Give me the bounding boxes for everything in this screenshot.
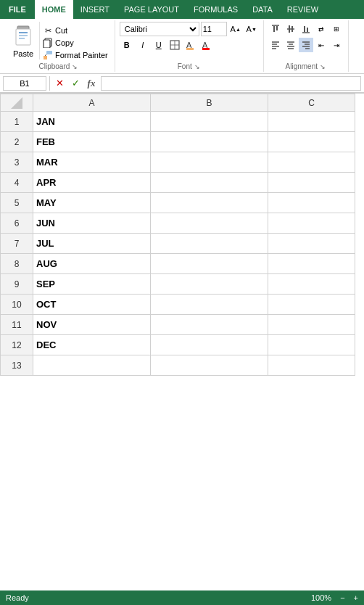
cell-b12[interactable] bbox=[151, 335, 268, 355]
tab-review[interactable]: REVIEW bbox=[280, 0, 326, 19]
tab-file[interactable]: FILE bbox=[0, 0, 35, 19]
cell-c12[interactable] bbox=[268, 335, 355, 355]
clipboard-expand-icon[interactable]: ↘ bbox=[71, 63, 78, 70]
cell-b13[interactable] bbox=[151, 355, 268, 376]
row-number[interactable]: 9 bbox=[1, 274, 33, 295]
cancel-formula-icon[interactable]: ✕ bbox=[53, 77, 66, 90]
cell-c2[interactable] bbox=[268, 132, 355, 152]
tab-home[interactable]: HOME bbox=[35, 0, 73, 19]
cell-b7[interactable] bbox=[151, 234, 268, 254]
clipboard-group-label: Clipboard ↘ bbox=[38, 62, 78, 70]
cell-a13[interactable] bbox=[33, 355, 151, 376]
col-header-c[interactable]: C bbox=[268, 94, 355, 112]
font-size-input[interactable] bbox=[201, 22, 227, 36]
font-size-decrease-button[interactable]: A▼ bbox=[244, 22, 259, 36]
cell-a3[interactable]: MAR bbox=[33, 152, 151, 173]
cell-c11[interactable] bbox=[268, 315, 355, 335]
row-number[interactable]: 3 bbox=[1, 152, 33, 173]
decrease-indent-button[interactable]: ⇤ bbox=[314, 38, 328, 52]
zoom-in-button[interactable]: + bbox=[354, 593, 358, 602]
alignment-expand-icon[interactable]: ↘ bbox=[319, 63, 326, 70]
row-number[interactable]: 6 bbox=[1, 213, 33, 234]
tab-data[interactable]: DATA bbox=[245, 0, 280, 19]
row-number[interactable]: 12 bbox=[1, 335, 33, 355]
cell-a1[interactable]: JAN bbox=[33, 112, 151, 132]
row-number[interactable]: 7 bbox=[1, 234, 33, 254]
tab-formulas[interactable]: FORMULAS bbox=[186, 0, 245, 19]
cell-c9[interactable] bbox=[268, 274, 355, 295]
tab-insert[interactable]: INSERT bbox=[73, 0, 117, 19]
align-bottom-button[interactable] bbox=[299, 22, 313, 36]
font-group: Calibri A▲ A▼ B I U A bbox=[115, 20, 264, 72]
cell-a10[interactable]: OCT bbox=[33, 295, 151, 315]
cell-b9[interactable] bbox=[151, 274, 268, 295]
align-center-button[interactable] bbox=[284, 38, 298, 52]
cell-b1[interactable] bbox=[151, 112, 268, 132]
font-expand-icon[interactable]: ↘ bbox=[194, 63, 201, 70]
cell-a8[interactable]: AUG bbox=[33, 254, 151, 274]
cell-b10[interactable] bbox=[151, 295, 268, 315]
row-number[interactable]: 10 bbox=[1, 295, 33, 315]
row-number[interactable]: 13 bbox=[1, 355, 33, 376]
align-left-button[interactable] bbox=[268, 38, 283, 52]
border-button[interactable] bbox=[167, 38, 182, 52]
cell-a4[interactable]: APR bbox=[33, 173, 151, 193]
wrap-text-button[interactable]: ⇄ bbox=[314, 22, 328, 36]
svg-rect-6 bbox=[44, 40, 50, 48]
cell-reference-input[interactable]: B1 bbox=[3, 76, 46, 91]
fill-color-button[interactable]: A bbox=[183, 38, 198, 52]
row-number[interactable]: 2 bbox=[1, 132, 33, 152]
row-number[interactable]: 1 bbox=[1, 112, 33, 132]
formula-input[interactable] bbox=[101, 76, 361, 91]
col-header-b[interactable]: B bbox=[151, 94, 268, 112]
cell-b6[interactable] bbox=[151, 213, 268, 234]
zoom-out-button[interactable]: − bbox=[340, 593, 344, 602]
cell-a6[interactable]: JUN bbox=[33, 213, 151, 234]
cut-button[interactable]: ✂ Cut bbox=[40, 25, 110, 36]
row-number[interactable]: 5 bbox=[1, 193, 33, 213]
cell-c4[interactable] bbox=[268, 173, 355, 193]
insert-function-icon[interactable]: fx bbox=[85, 77, 98, 90]
cell-a2[interactable]: FEB bbox=[33, 132, 151, 152]
cell-a9[interactable]: SEP bbox=[33, 274, 151, 295]
tab-page-layout[interactable]: PAGE LAYOUT bbox=[117, 0, 186, 19]
copy-button[interactable]: Copy bbox=[40, 37, 110, 49]
font-color-button[interactable]: A bbox=[199, 38, 214, 52]
spreadsheet: A B C 1JAN2FEB3MAR4APR5MAY6JUN7JUL8AUG9S… bbox=[0, 94, 364, 604]
cell-c1[interactable] bbox=[268, 112, 355, 132]
confirm-formula-icon[interactable]: ✓ bbox=[69, 77, 82, 90]
align-right-button[interactable] bbox=[299, 38, 313, 52]
italic-button[interactable]: I bbox=[136, 38, 150, 52]
row-number[interactable]: 8 bbox=[1, 254, 33, 274]
cell-b4[interactable] bbox=[151, 173, 268, 193]
cell-b11[interactable] bbox=[151, 315, 268, 335]
cell-c13[interactable] bbox=[268, 355, 355, 376]
merge-center-button[interactable]: ⊞ bbox=[329, 22, 344, 36]
cell-a7[interactable]: JUL bbox=[33, 234, 151, 254]
cell-a12[interactable]: DEC bbox=[33, 335, 151, 355]
cell-c6[interactable] bbox=[268, 213, 355, 234]
increase-indent-button[interactable]: ⇥ bbox=[329, 38, 344, 52]
cell-c8[interactable] bbox=[268, 254, 355, 274]
cell-b3[interactable] bbox=[151, 152, 268, 173]
font-name-select[interactable]: Calibri bbox=[120, 22, 199, 36]
cell-b5[interactable] bbox=[151, 193, 268, 213]
row-number[interactable]: 11 bbox=[1, 315, 33, 335]
col-header-a[interactable]: A bbox=[33, 94, 151, 112]
cell-c10[interactable] bbox=[268, 295, 355, 315]
cell-b8[interactable] bbox=[151, 254, 268, 274]
paste-button[interactable]: Paste bbox=[7, 22, 40, 59]
format-painter-button[interactable]: Format Painter bbox=[40, 49, 110, 61]
row-number[interactable]: 4 bbox=[1, 173, 33, 193]
bold-button[interactable]: B bbox=[120, 38, 134, 52]
cell-a11[interactable]: NOV bbox=[33, 315, 151, 335]
cell-a5[interactable]: MAY bbox=[33, 193, 151, 213]
cell-c3[interactable] bbox=[268, 152, 355, 173]
cell-b2[interactable] bbox=[151, 132, 268, 152]
align-top-button[interactable] bbox=[268, 22, 283, 36]
cell-c7[interactable] bbox=[268, 234, 355, 254]
align-middle-button[interactable] bbox=[284, 22, 298, 36]
underline-button[interactable]: U bbox=[152, 38, 166, 52]
cell-c5[interactable] bbox=[268, 193, 355, 213]
font-size-increase-button[interactable]: A▲ bbox=[228, 22, 243, 36]
